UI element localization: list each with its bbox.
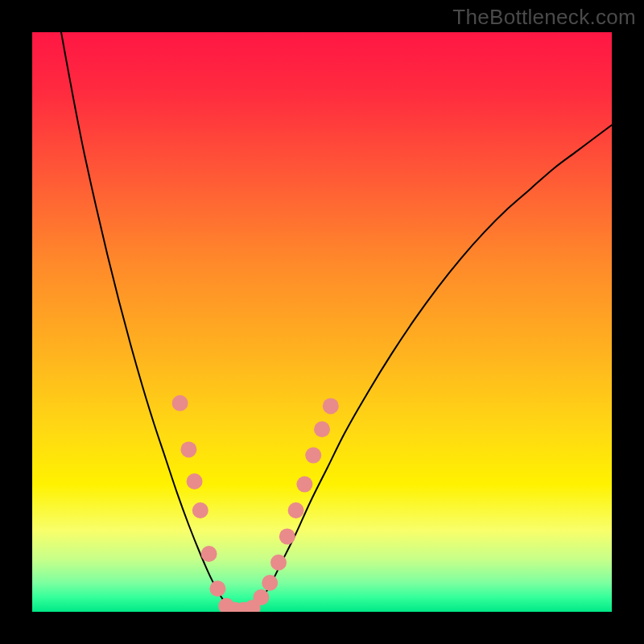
marker-point [323,398,339,414]
marker-point [305,448,321,464]
marker-point [172,395,188,411]
marker-point [187,473,203,489]
marker-point [180,441,196,457]
marker-point [201,546,217,562]
marker-point [253,589,269,605]
marker-point [262,575,278,591]
marker-point [192,502,208,518]
marker-point [314,421,330,437]
marker-point [270,555,287,571]
watermark-text: TheBottleneck.com [452,5,636,30]
marker-point [288,502,304,518]
bottleneck-plot [0,0,644,644]
gradient-background [32,32,612,612]
chart-frame: TheBottleneck.com [0,0,644,644]
marker-point [279,528,295,544]
marker-point [209,580,225,597]
marker-point [296,477,312,493]
